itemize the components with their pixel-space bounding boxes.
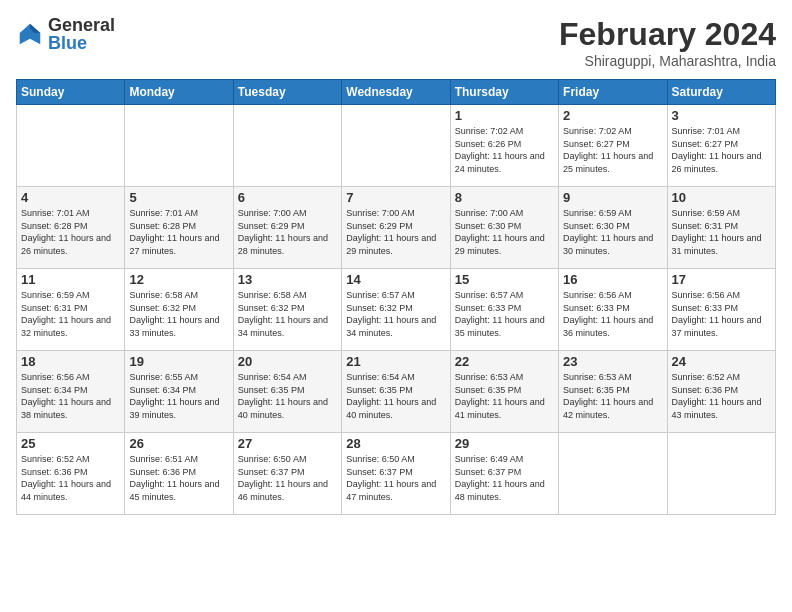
day-info-21: Sunrise: 6:54 AMSunset: 6:35 PMDaylight:…	[346, 371, 445, 421]
month-title: February 2024	[559, 16, 776, 53]
calendar-cell-2-5: 16Sunrise: 6:56 AMSunset: 6:33 PMDayligh…	[559, 269, 667, 351]
calendar-cell-3-4: 22Sunrise: 6:53 AMSunset: 6:35 PMDayligh…	[450, 351, 558, 433]
day-info-17: Sunrise: 6:56 AMSunset: 6:33 PMDaylight:…	[672, 289, 771, 339]
location: Shiraguppi, Maharashtra, India	[559, 53, 776, 69]
calendar-cell-4-1: 26Sunrise: 6:51 AMSunset: 6:36 PMDayligh…	[125, 433, 233, 515]
day-number-29: 29	[455, 436, 554, 451]
calendar-table: Sunday Monday Tuesday Wednesday Thursday…	[16, 79, 776, 515]
day-number-25: 25	[21, 436, 120, 451]
day-number-10: 10	[672, 190, 771, 205]
day-info-11: Sunrise: 6:59 AMSunset: 6:31 PMDaylight:…	[21, 289, 120, 339]
calendar-cell-0-5: 2Sunrise: 7:02 AMSunset: 6:27 PMDaylight…	[559, 105, 667, 187]
calendar-cell-3-5: 23Sunrise: 6:53 AMSunset: 6:35 PMDayligh…	[559, 351, 667, 433]
calendar-cell-4-3: 28Sunrise: 6:50 AMSunset: 6:37 PMDayligh…	[342, 433, 450, 515]
calendar-cell-2-2: 13Sunrise: 6:58 AMSunset: 6:32 PMDayligh…	[233, 269, 341, 351]
week-row-2: 11Sunrise: 6:59 AMSunset: 6:31 PMDayligh…	[17, 269, 776, 351]
day-number-12: 12	[129, 272, 228, 287]
calendar-cell-4-2: 27Sunrise: 6:50 AMSunset: 6:37 PMDayligh…	[233, 433, 341, 515]
calendar-cell-4-4: 29Sunrise: 6:49 AMSunset: 6:37 PMDayligh…	[450, 433, 558, 515]
day-info-23: Sunrise: 6:53 AMSunset: 6:35 PMDaylight:…	[563, 371, 662, 421]
day-info-22: Sunrise: 6:53 AMSunset: 6:35 PMDaylight:…	[455, 371, 554, 421]
day-number-15: 15	[455, 272, 554, 287]
col-friday: Friday	[559, 80, 667, 105]
calendar-cell-0-4: 1Sunrise: 7:02 AMSunset: 6:26 PMDaylight…	[450, 105, 558, 187]
calendar-cell-2-3: 14Sunrise: 6:57 AMSunset: 6:32 PMDayligh…	[342, 269, 450, 351]
day-number-2: 2	[563, 108, 662, 123]
day-number-24: 24	[672, 354, 771, 369]
calendar-cell-1-1: 5Sunrise: 7:01 AMSunset: 6:28 PMDaylight…	[125, 187, 233, 269]
day-number-26: 26	[129, 436, 228, 451]
day-info-14: Sunrise: 6:57 AMSunset: 6:32 PMDaylight:…	[346, 289, 445, 339]
day-info-18: Sunrise: 6:56 AMSunset: 6:34 PMDaylight:…	[21, 371, 120, 421]
day-info-8: Sunrise: 7:00 AMSunset: 6:30 PMDaylight:…	[455, 207, 554, 257]
calendar-cell-4-0: 25Sunrise: 6:52 AMSunset: 6:36 PMDayligh…	[17, 433, 125, 515]
day-number-8: 8	[455, 190, 554, 205]
calendar-cell-1-2: 6Sunrise: 7:00 AMSunset: 6:29 PMDaylight…	[233, 187, 341, 269]
day-info-1: Sunrise: 7:02 AMSunset: 6:26 PMDaylight:…	[455, 125, 554, 175]
calendar-cell-1-5: 9Sunrise: 6:59 AMSunset: 6:30 PMDaylight…	[559, 187, 667, 269]
logo-text: General Blue	[48, 16, 115, 52]
day-info-29: Sunrise: 6:49 AMSunset: 6:37 PMDaylight:…	[455, 453, 554, 503]
day-number-18: 18	[21, 354, 120, 369]
day-number-20: 20	[238, 354, 337, 369]
day-number-16: 16	[563, 272, 662, 287]
calendar-cell-2-0: 11Sunrise: 6:59 AMSunset: 6:31 PMDayligh…	[17, 269, 125, 351]
calendar-cell-3-2: 20Sunrise: 6:54 AMSunset: 6:35 PMDayligh…	[233, 351, 341, 433]
day-number-22: 22	[455, 354, 554, 369]
day-info-9: Sunrise: 6:59 AMSunset: 6:30 PMDaylight:…	[563, 207, 662, 257]
day-info-10: Sunrise: 6:59 AMSunset: 6:31 PMDaylight:…	[672, 207, 771, 257]
day-number-1: 1	[455, 108, 554, 123]
day-number-21: 21	[346, 354, 445, 369]
col-saturday: Saturday	[667, 80, 775, 105]
calendar-cell-4-6	[667, 433, 775, 515]
day-number-27: 27	[238, 436, 337, 451]
day-info-27: Sunrise: 6:50 AMSunset: 6:37 PMDaylight:…	[238, 453, 337, 503]
day-number-3: 3	[672, 108, 771, 123]
day-number-28: 28	[346, 436, 445, 451]
calendar-cell-0-1	[125, 105, 233, 187]
day-info-4: Sunrise: 7:01 AMSunset: 6:28 PMDaylight:…	[21, 207, 120, 257]
calendar-cell-4-5	[559, 433, 667, 515]
day-info-25: Sunrise: 6:52 AMSunset: 6:36 PMDaylight:…	[21, 453, 120, 503]
day-info-28: Sunrise: 6:50 AMSunset: 6:37 PMDaylight:…	[346, 453, 445, 503]
calendar-cell-3-0: 18Sunrise: 6:56 AMSunset: 6:34 PMDayligh…	[17, 351, 125, 433]
logo-blue-label: Blue	[48, 34, 115, 52]
col-monday: Monday	[125, 80, 233, 105]
week-row-4: 25Sunrise: 6:52 AMSunset: 6:36 PMDayligh…	[17, 433, 776, 515]
day-info-19: Sunrise: 6:55 AMSunset: 6:34 PMDaylight:…	[129, 371, 228, 421]
day-number-19: 19	[129, 354, 228, 369]
col-thursday: Thursday	[450, 80, 558, 105]
week-row-0: 1Sunrise: 7:02 AMSunset: 6:26 PMDaylight…	[17, 105, 776, 187]
day-info-7: Sunrise: 7:00 AMSunset: 6:29 PMDaylight:…	[346, 207, 445, 257]
day-number-7: 7	[346, 190, 445, 205]
day-number-5: 5	[129, 190, 228, 205]
calendar-cell-0-6: 3Sunrise: 7:01 AMSunset: 6:27 PMDaylight…	[667, 105, 775, 187]
calendar-cell-1-6: 10Sunrise: 6:59 AMSunset: 6:31 PMDayligh…	[667, 187, 775, 269]
day-number-9: 9	[563, 190, 662, 205]
day-info-3: Sunrise: 7:01 AMSunset: 6:27 PMDaylight:…	[672, 125, 771, 175]
calendar-cell-0-0	[17, 105, 125, 187]
logo: General Blue	[16, 16, 115, 52]
day-number-14: 14	[346, 272, 445, 287]
day-info-13: Sunrise: 6:58 AMSunset: 6:32 PMDaylight:…	[238, 289, 337, 339]
logo-general-label: General	[48, 16, 115, 34]
week-row-1: 4Sunrise: 7:01 AMSunset: 6:28 PMDaylight…	[17, 187, 776, 269]
calendar-cell-1-3: 7Sunrise: 7:00 AMSunset: 6:29 PMDaylight…	[342, 187, 450, 269]
header: General Blue February 2024 Shiraguppi, M…	[16, 16, 776, 69]
day-number-13: 13	[238, 272, 337, 287]
day-number-17: 17	[672, 272, 771, 287]
calendar-cell-0-3	[342, 105, 450, 187]
week-row-3: 18Sunrise: 6:56 AMSunset: 6:34 PMDayligh…	[17, 351, 776, 433]
day-info-12: Sunrise: 6:58 AMSunset: 6:32 PMDaylight:…	[129, 289, 228, 339]
logo-icon	[16, 20, 44, 48]
calendar-cell-2-4: 15Sunrise: 6:57 AMSunset: 6:33 PMDayligh…	[450, 269, 558, 351]
day-info-5: Sunrise: 7:01 AMSunset: 6:28 PMDaylight:…	[129, 207, 228, 257]
calendar-cell-1-4: 8Sunrise: 7:00 AMSunset: 6:30 PMDaylight…	[450, 187, 558, 269]
day-info-16: Sunrise: 6:56 AMSunset: 6:33 PMDaylight:…	[563, 289, 662, 339]
calendar-cell-0-2	[233, 105, 341, 187]
calendar-cell-2-1: 12Sunrise: 6:58 AMSunset: 6:32 PMDayligh…	[125, 269, 233, 351]
col-sunday: Sunday	[17, 80, 125, 105]
day-number-6: 6	[238, 190, 337, 205]
day-number-4: 4	[21, 190, 120, 205]
day-info-20: Sunrise: 6:54 AMSunset: 6:35 PMDaylight:…	[238, 371, 337, 421]
